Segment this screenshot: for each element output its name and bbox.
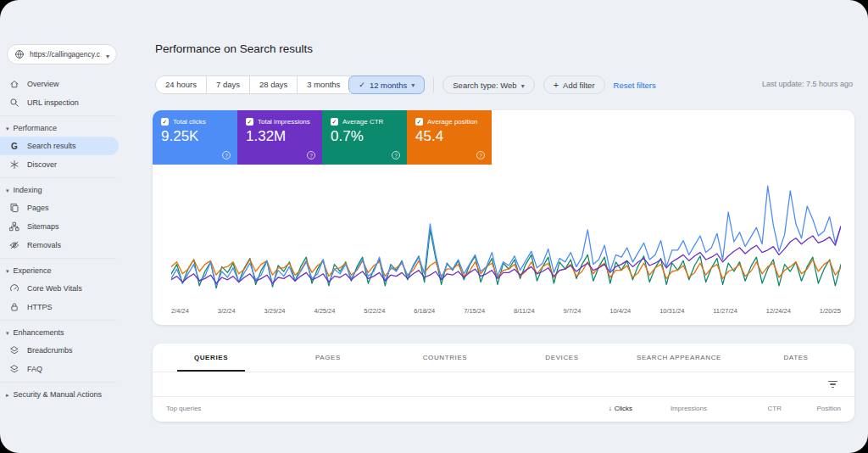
tab-countries[interactable]: COUNTRIES — [387, 344, 504, 372]
range-chip-3-months[interactable]: 3 months — [297, 76, 349, 93]
sidebar-item-core-web-vitals[interactable]: Core Web Vitals — [0, 279, 119, 298]
sidebar-section-enhancements[interactable]: Enhancements — [0, 324, 144, 341]
column-header-clicks[interactable]: Clicks — [558, 405, 632, 412]
x-axis-label: 6/18/24 — [414, 307, 435, 315]
sidebar-item-label: Sitemaps — [27, 222, 59, 231]
divider — [0, 320, 116, 321]
range-chip-label: 12 months — [370, 76, 407, 94]
layers-icon — [9, 364, 19, 374]
sidebar-section-experience[interactable]: Experience — [0, 262, 144, 279]
search-icon — [9, 98, 19, 108]
sparkle-icon — [9, 159, 19, 170]
date-range-group: 24 hours 7 days 28 days 3 months 12 mont… — [155, 76, 425, 94]
chevron-down-icon — [411, 76, 415, 94]
x-axis-label: 1/20/25 — [820, 307, 841, 315]
metric-value: 45.4 — [415, 128, 483, 145]
sidebar-item-discover[interactable]: Discover — [0, 155, 119, 174]
sidebar-item-pages[interactable]: Pages — [0, 199, 119, 217]
sidebar-item-label: Breadcrumbs — [27, 346, 73, 355]
divider — [0, 382, 116, 383]
x-axis-label: 9/7/24 — [563, 307, 581, 315]
performance-chart — [171, 176, 841, 295]
reset-filters-link[interactable]: Reset filters — [614, 81, 656, 90]
lock-icon — [9, 302, 19, 312]
metric-value: 0.7% — [331, 128, 398, 145]
table-toolbar — [153, 372, 854, 397]
section-label: Experience — [14, 266, 52, 275]
tab-dates[interactable]: DATES — [737, 344, 854, 372]
chevron-down-icon — [6, 266, 9, 275]
divider — [0, 258, 116, 259]
sidebar-item-label: Overview — [27, 80, 59, 88]
range-chip-28-days[interactable]: 28 days — [249, 76, 297, 93]
metric-value: 1.32M — [246, 128, 314, 145]
x-axis-label: 7/15/24 — [464, 307, 485, 315]
sidebar-section-indexing[interactable]: Indexing — [0, 182, 144, 199]
filter-list-icon[interactable] — [825, 378, 841, 392]
sidebar-item-label: Discover — [27, 160, 57, 169]
sidebar-item-faq[interactable]: FAQ — [0, 360, 119, 378]
x-axis-label: 5/22/24 — [364, 307, 385, 315]
sidebar-item-overview[interactable]: Overview — [0, 75, 119, 93]
sidebar-item-removals[interactable]: Removals — [0, 236, 119, 254]
sidebar-item-breadcrumbs[interactable]: Breadcrumbs — [0, 341, 119, 360]
divider — [0, 115, 116, 116]
plus-icon — [554, 80, 559, 90]
x-axis-label: 11/27/24 — [713, 307, 737, 315]
property-label: https://callingagency.c... — [30, 50, 101, 59]
sidebar-item-url-inspection[interactable]: URL inspection — [0, 93, 119, 112]
tab-devices[interactable]: DEVICES — [504, 344, 620, 372]
range-chip-12-months[interactable]: 12 months — [348, 76, 425, 94]
x-axis-label: 4/25/24 — [314, 307, 335, 315]
tab-pages[interactable]: PAGES — [270, 344, 387, 372]
checked-checkbox-icon[interactable] — [415, 118, 423, 126]
checked-checkbox-icon[interactable] — [246, 118, 253, 126]
column-header-impressions[interactable]: Impressions — [632, 405, 707, 412]
table-tabs: QUERIES PAGES COUNTRIES DEVICES SEARCH A… — [153, 344, 854, 372]
help-icon[interactable] — [476, 151, 485, 159]
divider — [433, 77, 434, 92]
search-type-label: Search type: Web — [453, 81, 516, 90]
divider — [0, 177, 116, 178]
checked-checkbox-icon[interactable] — [161, 118, 169, 126]
metric-value: 9.25K — [161, 128, 229, 145]
metric-tile-total-impressions[interactable]: Total impressions 1.32M — [237, 110, 322, 165]
help-icon[interactable] — [307, 151, 315, 159]
column-header-position[interactable]: Position — [782, 405, 854, 412]
sidebar-section-performance[interactable]: Performance — [0, 120, 144, 137]
metric-tiles: Total clicks 9.25K Total impressions 1.3… — [153, 110, 854, 165]
help-icon[interactable] — [222, 151, 231, 159]
add-filter-label: Add filter — [563, 81, 595, 90]
metric-tile-average-ctr[interactable]: Average CTR 0.7% — [322, 110, 407, 165]
help-icon[interactable] — [392, 151, 400, 159]
range-chip-24-hours[interactable]: 24 hours — [156, 76, 206, 93]
chevron-right-icon — [6, 390, 9, 399]
tab-search-appearance[interactable]: SEARCH APPEARANCE — [620, 344, 737, 372]
sidebar-item-sitemaps[interactable]: Sitemaps — [0, 217, 119, 236]
home-icon — [9, 79, 19, 89]
sidebar-section-security-manual-actions[interactable]: Security & Manual Actions — [0, 386, 144, 403]
property-selector[interactable]: https://callingagency.c... — [7, 44, 117, 64]
column-header-top-queries[interactable]: Top queries — [153, 405, 558, 412]
tab-queries[interactable]: QUERIES — [153, 344, 270, 372]
section-label: Security & Manual Actions — [14, 390, 103, 399]
column-header-ctr[interactable]: CTR — [707, 405, 782, 412]
metric-tile-total-clicks[interactable]: Total clicks 9.25K — [153, 110, 237, 165]
sidebar-nav: Overview URL inspection Performance Sear… — [0, 75, 144, 403]
add-filter-button[interactable]: Add filter — [543, 76, 605, 94]
sidebar-item-https[interactable]: HTTPS — [0, 298, 119, 316]
metric-label: Average CTR — [342, 118, 383, 126]
metric-label: Average position — [427, 118, 477, 126]
range-chip-7-days[interactable]: 7 days — [206, 76, 249, 93]
search-type-filter[interactable]: Search type: Web — [442, 76, 534, 94]
metric-tile-average-position[interactable]: Average position 45.4 — [407, 110, 492, 165]
chevron-down-icon — [106, 47, 109, 62]
layers-icon — [9, 345, 19, 355]
sidebar-item-search-results[interactable]: Search results — [0, 137, 119, 155]
chevron-down-icon — [6, 124, 9, 132]
section-label: Performance — [14, 124, 58, 132]
sidebar-item-label: URL inspection — [27, 98, 79, 107]
search-console-window: https://callingagency.c... Overview URL … — [0, 0, 868, 453]
sidebar-item-label: FAQ — [27, 365, 42, 373]
checked-checkbox-icon[interactable] — [331, 118, 338, 126]
